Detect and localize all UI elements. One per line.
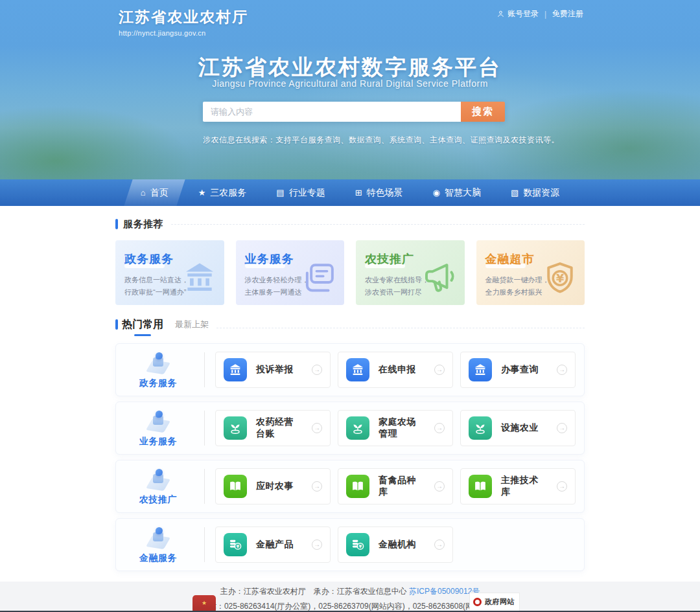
promo-card-agritech-promotion[interactable]: 农技推广 农业专家在线指导， 涉农资讯一网打尽 — [356, 240, 465, 305]
home-icon: ⌂ — [141, 188, 146, 197]
main-content: 服务推荐 政务服务 政务信息一站直达， 行政审批“一网通办” 业务服务 涉农业务… — [115, 217, 585, 571]
page: 江苏省农业农村厅 http://nynct.jiangsu.gov.cn 账号登… — [0, 0, 700, 612]
promo-card-business-services[interactable]: 业务服务 涉农业务轻松办理， 主体服务一网通达 — [236, 240, 345, 305]
nav-item-featured-scenes[interactable]: ⊞ 特色场景 — [340, 179, 418, 206]
service-button-label: 在线申报 — [379, 364, 425, 376]
service-button-label: 金融机构 — [379, 539, 425, 550]
bank-icon — [346, 358, 369, 381]
login-label: 账号登录 — [508, 8, 539, 19]
service-button-facility-agriculture[interactable]: 设施农业 → — [460, 410, 576, 446]
service-button-online-declaration[interactable]: 在线申报 → — [338, 352, 453, 388]
promo-card-government-services[interactable]: 政务服务 政务信息一站直达， 行政审批“一网通办” — [115, 240, 224, 305]
nav-item-smart-brain[interactable]: ◉ 智慧大脑 — [418, 179, 496, 206]
nav-item-home[interactable]: ⌂ 首页 — [126, 179, 183, 206]
site-logo[interactable]: 江苏省农业农村厅 http://nynct.jiangsu.gov.cn — [119, 7, 248, 37]
service-button-label: 应时农事 — [256, 481, 303, 492]
service-button-family-farm[interactable]: 家庭农场管理 → — [338, 410, 453, 446]
register-link[interactable]: 免费注册 — [552, 8, 583, 19]
register-label: 免费注册 — [552, 8, 583, 19]
gov-badge-ring-icon — [473, 598, 482, 606]
nav-label: 行业专题 — [289, 187, 325, 199]
promo-card-financial-supermarket[interactable]: 金融超市 金融贷款一键办理， 全力服务乡村振兴 — [476, 240, 585, 305]
data-icon: ▧ — [511, 188, 519, 197]
arrow-icon: → — [557, 423, 567, 433]
nav-item-sannong-services[interactable]: ★ 三农服务 — [183, 179, 262, 206]
category-3d-illustration — [141, 526, 175, 552]
service-button-seasonal-farming[interactable]: 应时农事 → — [215, 468, 331, 504]
recommend-title: 服务推荐 — [123, 218, 163, 231]
service-buttons: 农药经营台账 → 家庭农场管理 → 设施农业 → — [215, 410, 576, 446]
service-button-financial-products[interactable]: 金融产品 → — [215, 527, 331, 563]
service-row-business: 业务服务 农药经营台账 → 家庭农场管理 → — [115, 402, 585, 455]
promo-desc-line1: 涉农业务轻松办理， — [245, 276, 309, 284]
vertical-divider — [204, 469, 205, 504]
category-government: 政务服务 — [122, 351, 194, 389]
tab-hot-common[interactable]: 热门常用 — [122, 318, 163, 336]
category-label: 业务服务 — [139, 436, 177, 448]
book-icon: ▤ — [276, 188, 284, 197]
vertical-divider — [204, 527, 205, 562]
category-3d-illustration — [141, 351, 175, 377]
nav-item-data-resources[interactable]: ▧ 数据资源 — [496, 179, 574, 206]
gov-website-badge[interactable]: 政府网站 — [469, 593, 520, 611]
arrow-icon: → — [312, 539, 322, 550]
category-3d-illustration — [141, 409, 175, 435]
brain-icon: ◉ — [433, 188, 440, 197]
search-input[interactable] — [203, 102, 461, 122]
section-accent-bar — [115, 219, 118, 229]
site-url: http://nynct.jiangsu.gov.cn — [119, 29, 248, 37]
login-link[interactable]: 账号登录 — [496, 8, 539, 19]
vertical-divider — [204, 352, 205, 387]
footer-host-info: 主办：江苏省农业农村厅 承办：江苏省农业信息中心 — [220, 587, 407, 596]
service-button-label: 畜禽品种库 — [379, 475, 425, 498]
platform-subtitle: Jiangsu Province Agricultural and Rural … — [0, 78, 700, 89]
red-emblem: ★ — [192, 595, 216, 612]
service-button-label: 办事查询 — [501, 364, 548, 376]
promo-desc-line2: 全力服务乡村振兴 — [485, 288, 542, 296]
person-icon — [496, 10, 505, 18]
top-bar: 江苏省农业农村厅 http://nynct.jiangsu.gov.cn 账号登… — [0, 0, 700, 39]
grid-icon: ⊞ — [355, 188, 362, 197]
sprout-icon — [346, 416, 369, 440]
category-agritech: 农技推广 — [122, 468, 194, 506]
hero-banner: 江苏省农业农村厅 http://nynct.jiangsu.gov.cn 账号登… — [0, 0, 700, 206]
service-row-government: 政务服务 投诉举报 → 在线申报 → — [115, 343, 585, 396]
arrow-icon: → — [312, 365, 322, 375]
promo-desc-line1: 政务信息一站直达， — [124, 276, 189, 284]
sprout-icon — [224, 416, 247, 440]
service-button-complaint-report[interactable]: 投诉举报 → — [215, 352, 331, 388]
promo-title: 金融超市 — [485, 251, 576, 267]
service-button-pesticide-ledger[interactable]: 农药经营台账 → — [215, 410, 331, 446]
search-hint: 涉农信息在线搜索：支持平台服务查询、数据查询、系统查询、主体查询、证照查询及农技… — [203, 135, 559, 146]
section-divider-line — [216, 328, 585, 328]
sprout-icon — [469, 416, 492, 440]
category-3d-illustration — [141, 468, 175, 493]
active-tab-underline — [134, 334, 151, 336]
vertical-divider — [204, 411, 205, 446]
nav-label: 特色场景 — [367, 187, 403, 199]
category-label: 金融服务 — [139, 552, 177, 564]
service-buttons: 应时农事 → 畜禽品种库 → 主推技术库 → — [215, 468, 576, 504]
service-button-affairs-inquiry[interactable]: 办事查询 → — [460, 352, 576, 388]
nav-label: 智慧大脑 — [445, 187, 481, 199]
service-button-financial-institutions[interactable]: 金融机构 → — [338, 527, 453, 563]
service-button-label: 设施农业 — [501, 422, 548, 434]
service-button-label: 农药经营台账 — [256, 416, 303, 440]
recommend-section-header: 服务推荐 — [115, 217, 585, 231]
promo-desc-line2: 涉农资讯一网打尽 — [365, 288, 422, 296]
service-button-main-tech-library[interactable]: 主推技术库 → — [460, 468, 576, 504]
nav-item-industry-topics[interactable]: ▤ 行业专题 — [261, 179, 340, 206]
promo-title: 政务服务 — [124, 251, 215, 267]
search-bar: 搜索 — [203, 102, 505, 122]
coins-icon — [224, 533, 247, 556]
service-button-livestock-breeds[interactable]: 畜禽品种库 → — [338, 468, 453, 504]
auth-divider: | — [544, 10, 546, 19]
promo-desc-line2: 行政审批“一网通办” — [124, 288, 186, 296]
arrow-icon: → — [434, 481, 445, 492]
arrow-icon: → — [434, 423, 445, 433]
service-row-finance: 金融服务 金融产品 → 金融机构 → — [115, 518, 585, 571]
tab-newly-listed[interactable]: 最新上架 — [175, 319, 209, 336]
gov-badge-label: 政府网站 — [485, 597, 515, 607]
arrow-icon: → — [312, 423, 322, 433]
search-button[interactable]: 搜索 — [461, 102, 505, 122]
